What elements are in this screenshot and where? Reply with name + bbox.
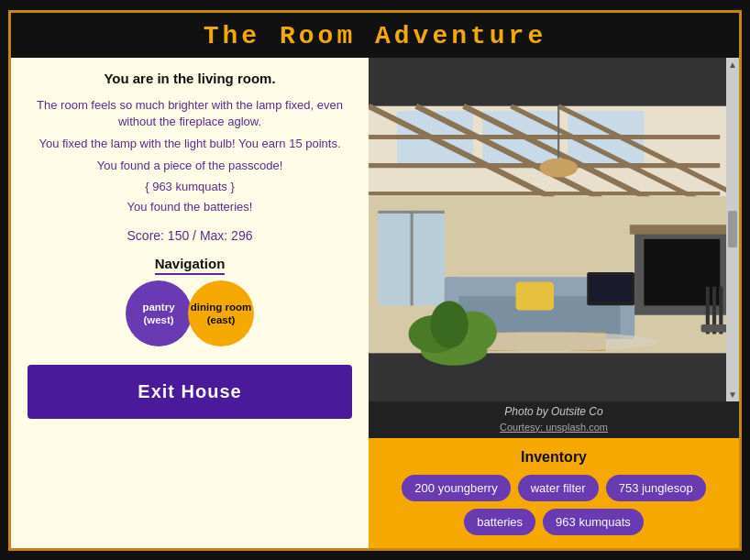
event-lamp: You fixed the lamp with the light bulb! … bbox=[28, 136, 352, 152]
scroll-up-arrow[interactable]: ▲ bbox=[728, 60, 737, 70]
exit-house-button[interactable]: Exit House bbox=[28, 365, 352, 419]
svg-rect-19 bbox=[630, 225, 734, 234]
app-title: The Room Adventure bbox=[11, 22, 739, 50]
app-header: The Room Adventure bbox=[11, 13, 739, 58]
navigation-title: Navigation bbox=[28, 256, 352, 271]
inventory-item[interactable]: water filter bbox=[518, 475, 599, 501]
right-panel: ▲ ▼ Photo by Outsite Co Courtesy: unspla… bbox=[369, 58, 739, 548]
svg-rect-23 bbox=[701, 324, 730, 332]
nav-west-button[interactable]: pantry(west) bbox=[126, 280, 192, 346]
photo-credit-area: Photo by Outsite Co Courtesy: unsplash.c… bbox=[369, 401, 739, 438]
room-title: You are in the living room. bbox=[28, 71, 352, 86]
svg-rect-38 bbox=[590, 275, 632, 302]
nav-buttons-container: pantry(west) dining room(east) bbox=[28, 280, 352, 346]
photo-credit-name: Photo by Outsite Co bbox=[378, 405, 730, 418]
scroll-thumb[interactable] bbox=[728, 211, 737, 247]
inventory-item[interactable]: 200 youngberry bbox=[402, 475, 510, 501]
room-photo-area: ▲ ▼ bbox=[369, 58, 739, 401]
svg-point-34 bbox=[430, 301, 468, 348]
inventory-items-container: 200 youngberrywater filter753 junglesopb… bbox=[383, 475, 724, 535]
exit-button-wrapper: Exit House bbox=[28, 365, 352, 419]
inventory-item[interactable]: 753 junglesop bbox=[606, 475, 706, 501]
scroll-down-arrow[interactable]: ▼ bbox=[728, 390, 737, 400]
event-passcode: You found a piece of the passcode! bbox=[28, 158, 352, 174]
photo-scrollbar[interactable]: ▲ ▼ bbox=[726, 58, 739, 401]
nav-east-button[interactable]: dining room(east) bbox=[188, 280, 254, 346]
room-photo-svg bbox=[369, 58, 739, 401]
inventory-section: Inventory 200 youngberrywater filter753 … bbox=[369, 438, 739, 548]
event-batteries: You found the batteries! bbox=[28, 199, 352, 215]
navigation-section: Navigation pantry(west) dining room(east… bbox=[28, 256, 352, 346]
inventory-item[interactable]: batteries bbox=[464, 509, 535, 535]
room-description: The room feels so much brighter with the… bbox=[28, 97, 352, 130]
passcode-value: { 963 kumquats } bbox=[28, 180, 352, 193]
svg-rect-12 bbox=[369, 192, 720, 195]
svg-rect-28 bbox=[516, 281, 554, 310]
svg-point-36 bbox=[539, 158, 577, 177]
score-display: Score: 150 / Max: 296 bbox=[28, 228, 352, 243]
photo-credit-link[interactable]: Courtesy: unsplash.com bbox=[500, 422, 608, 433]
inventory-item[interactable]: 963 kumquats bbox=[543, 509, 644, 535]
svg-rect-10 bbox=[369, 134, 720, 138]
inventory-title: Inventory bbox=[383, 449, 724, 466]
left-panel: You are in the living room. The room fee… bbox=[11, 58, 369, 548]
svg-rect-16 bbox=[411, 210, 414, 305]
